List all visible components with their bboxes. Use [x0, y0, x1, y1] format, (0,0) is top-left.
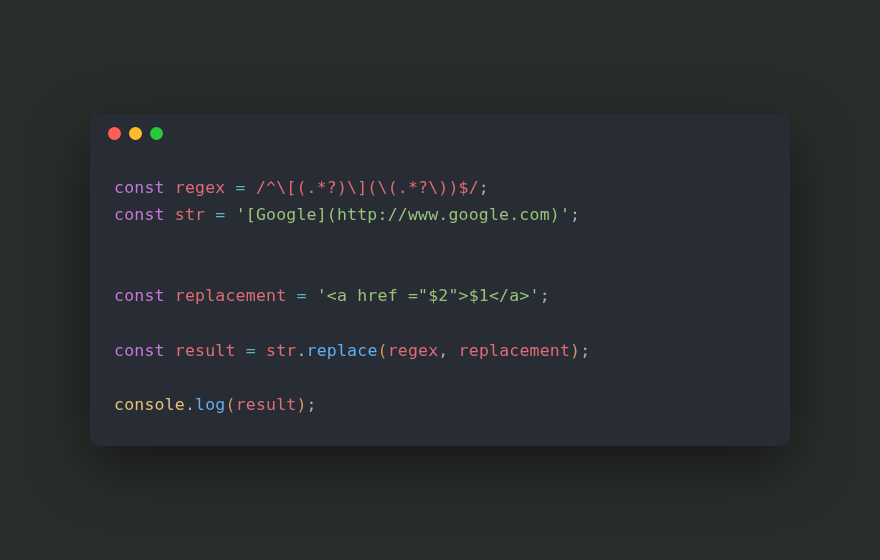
punctuation: ; — [570, 205, 580, 224]
punctuation: ; — [307, 395, 317, 414]
operator: = — [205, 205, 235, 224]
code-line: const regex = /^\[(.*?)\](\(.*?\))$/; — [114, 174, 766, 201]
paren: ) — [570, 341, 580, 360]
operator: = — [225, 178, 255, 197]
keyword: const — [114, 178, 165, 197]
punctuation: ; — [479, 178, 489, 197]
identifier: str — [175, 205, 205, 224]
string-literal: '<a href ="$2">$1</a>' — [317, 286, 540, 305]
blank-line — [114, 228, 766, 255]
code-line: const str = '[Google](http://www.google.… — [114, 201, 766, 228]
maximize-icon[interactable] — [150, 127, 163, 140]
code-window: const regex = /^\[(.*?)\](\(.*?\))$/;con… — [90, 114, 790, 447]
close-icon[interactable] — [108, 127, 121, 140]
argument: result — [236, 395, 297, 414]
operator: = — [286, 286, 316, 305]
window-titlebar — [90, 114, 790, 154]
identifier: replacement — [175, 286, 286, 305]
argument: regex — [388, 341, 439, 360]
comma: , — [438, 341, 458, 360]
code-line: const replacement = '<a href ="$2">$1</a… — [114, 282, 766, 309]
string-literal: '[Google](http://www.google.com)' — [236, 205, 570, 224]
blank-line — [114, 310, 766, 337]
blank-line — [114, 255, 766, 282]
identifier: regex — [175, 178, 226, 197]
regex-literal: /^\[(.*?)\](\(.*?\))$/ — [256, 178, 479, 197]
identifier: result — [175, 341, 236, 360]
keyword: const — [114, 205, 165, 224]
function: replace — [307, 341, 378, 360]
operator: = — [236, 341, 266, 360]
dot: . — [296, 341, 306, 360]
code-block: const regex = /^\[(.*?)\](\(.*?\))$/;con… — [90, 154, 790, 447]
paren: ( — [225, 395, 235, 414]
object: str — [266, 341, 296, 360]
paren: ) — [296, 395, 306, 414]
function: log — [195, 395, 225, 414]
punctuation: ; — [580, 341, 590, 360]
object: console — [114, 395, 185, 414]
keyword: const — [114, 341, 165, 360]
dot: . — [185, 395, 195, 414]
code-line: const result = str.replace(regex, replac… — [114, 337, 766, 364]
argument: replacement — [459, 341, 570, 360]
paren: ( — [378, 341, 388, 360]
blank-line — [114, 364, 766, 391]
keyword: const — [114, 286, 165, 305]
punctuation: ; — [540, 286, 550, 305]
code-line: console.log(result); — [114, 391, 766, 418]
minimize-icon[interactable] — [129, 127, 142, 140]
